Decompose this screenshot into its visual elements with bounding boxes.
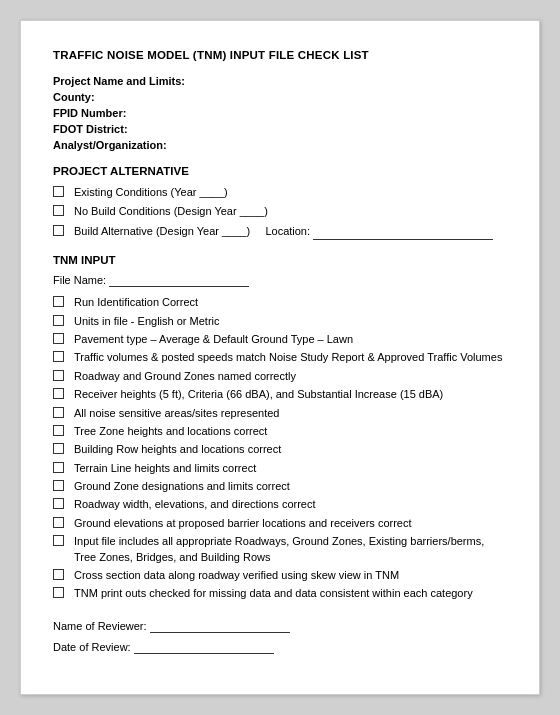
list-item: Roadway and Ground Zones named correctly bbox=[53, 369, 507, 384]
file-name-row: File Name: bbox=[53, 274, 507, 287]
check-text-2: Units in file - English or Metric bbox=[74, 314, 507, 329]
list-item: Tree Zone heights and locations correct bbox=[53, 424, 507, 439]
analyst-label: Analyst/Organization: bbox=[53, 139, 167, 151]
list-item: Cross section data along roadway verifie… bbox=[53, 568, 507, 583]
file-name-underline bbox=[109, 274, 249, 287]
check-text-8: Tree Zone heights and locations correct bbox=[74, 424, 507, 439]
tnm-input-header: TNM INPUT bbox=[53, 254, 507, 266]
list-item: Roadway width, elevations, and direction… bbox=[53, 497, 507, 512]
project-name-label: Project Name and Limits: bbox=[53, 75, 185, 87]
check-text-5: Roadway and Ground Zones named correctly bbox=[74, 369, 507, 384]
reviewer-section: Name of Reviewer: Date of Review: bbox=[53, 620, 507, 654]
check-5[interactable] bbox=[53, 370, 64, 381]
alt-checkbox-3[interactable] bbox=[53, 225, 64, 236]
fpid-field: FPID Number: bbox=[53, 107, 507, 119]
date-label: Date of Review: bbox=[53, 641, 131, 653]
fdot-label: FDOT District: bbox=[53, 123, 128, 135]
alt-item-2: No Build Conditions (Design Year ____) bbox=[53, 204, 507, 219]
file-name-label: File Name: bbox=[53, 274, 106, 286]
fdot-field: FDOT District: bbox=[53, 123, 507, 135]
list-item: All noise sensitive areas/sites represen… bbox=[53, 406, 507, 421]
list-item: Run Identification Correct bbox=[53, 295, 507, 310]
date-row: Date of Review: bbox=[53, 641, 507, 654]
alt-item-3: Build Alternative (Design Year ____) Loc… bbox=[53, 224, 507, 240]
check-text-10: Terrain Line heights and limits correct bbox=[74, 461, 507, 476]
date-underline bbox=[134, 641, 274, 654]
check-14[interactable] bbox=[53, 535, 64, 546]
check-9[interactable] bbox=[53, 443, 64, 454]
check-text-16: TNM print outs checked for missing data … bbox=[74, 586, 507, 601]
reviewer-row: Name of Reviewer: bbox=[53, 620, 507, 633]
check-1[interactable] bbox=[53, 296, 64, 307]
county-label: County: bbox=[53, 91, 95, 103]
alt-checkbox-1[interactable] bbox=[53, 186, 64, 197]
check-15[interactable] bbox=[53, 569, 64, 580]
list-item: Input file includes all appropriate Road… bbox=[53, 534, 507, 565]
check-16[interactable] bbox=[53, 587, 64, 598]
alt-text-2: No Build Conditions (Design Year ____) bbox=[74, 204, 507, 219]
check-11[interactable] bbox=[53, 480, 64, 491]
list-item: Units in file - English or Metric bbox=[53, 314, 507, 329]
analyst-field: Analyst/Organization: bbox=[53, 139, 507, 151]
check-text-3: Pavement type – Average & Default Ground… bbox=[74, 332, 507, 347]
check-6[interactable] bbox=[53, 388, 64, 399]
list-item: Receiver heights (5 ft), Criteria (66 dB… bbox=[53, 387, 507, 402]
document-page: TRAFFIC NOISE MODEL (TNM) INPUT FILE CHE… bbox=[20, 20, 540, 695]
project-name-field: Project Name and Limits: bbox=[53, 75, 507, 87]
list-item: Pavement type – Average & Default Ground… bbox=[53, 332, 507, 347]
check-text-7: All noise sensitive areas/sites represen… bbox=[74, 406, 507, 421]
page-title: TRAFFIC NOISE MODEL (TNM) INPUT FILE CHE… bbox=[53, 49, 507, 61]
alt-checkbox-2[interactable] bbox=[53, 205, 64, 216]
list-item: TNM print outs checked for missing data … bbox=[53, 586, 507, 601]
check-7[interactable] bbox=[53, 407, 64, 418]
reviewer-underline bbox=[150, 620, 290, 633]
check-3[interactable] bbox=[53, 333, 64, 344]
check-text-14: Input file includes all appropriate Road… bbox=[74, 534, 507, 565]
list-item: Traffic volumes & posted speeds match No… bbox=[53, 350, 507, 365]
check-text-12: Roadway width, elevations, and direction… bbox=[74, 497, 507, 512]
list-item: Ground elevations at proposed barrier lo… bbox=[53, 516, 507, 531]
check-text-11: Ground Zone designations and limits corr… bbox=[74, 479, 507, 494]
alt-text-1: Existing Conditions (Year ____) bbox=[74, 185, 507, 200]
check-text-6: Receiver heights (5 ft), Criteria (66 dB… bbox=[74, 387, 507, 402]
check-text-13: Ground elevations at proposed barrier lo… bbox=[74, 516, 507, 531]
check-8[interactable] bbox=[53, 425, 64, 436]
list-item: Terrain Line heights and limits correct bbox=[53, 461, 507, 476]
list-item: Ground Zone designations and limits corr… bbox=[53, 479, 507, 494]
fpid-label: FPID Number: bbox=[53, 107, 126, 119]
check-13[interactable] bbox=[53, 517, 64, 528]
county-field: County: bbox=[53, 91, 507, 103]
alt-text-3: Build Alternative (Design Year ____) Loc… bbox=[74, 224, 507, 240]
check-2[interactable] bbox=[53, 315, 64, 326]
location-underline bbox=[313, 224, 493, 240]
check-text-9: Building Row heights and locations corre… bbox=[74, 442, 507, 457]
project-alt-header: PROJECT ALTERNATIVE bbox=[53, 165, 507, 177]
check-text-4: Traffic volumes & posted speeds match No… bbox=[74, 350, 507, 365]
reviewer-label: Name of Reviewer: bbox=[53, 620, 147, 632]
check-10[interactable] bbox=[53, 462, 64, 473]
check-4[interactable] bbox=[53, 351, 64, 362]
check-text-15: Cross section data along roadway verifie… bbox=[74, 568, 507, 583]
alt-item-1: Existing Conditions (Year ____) bbox=[53, 185, 507, 200]
list-item: Building Row heights and locations corre… bbox=[53, 442, 507, 457]
check-text-1: Run Identification Correct bbox=[74, 295, 507, 310]
check-12[interactable] bbox=[53, 498, 64, 509]
